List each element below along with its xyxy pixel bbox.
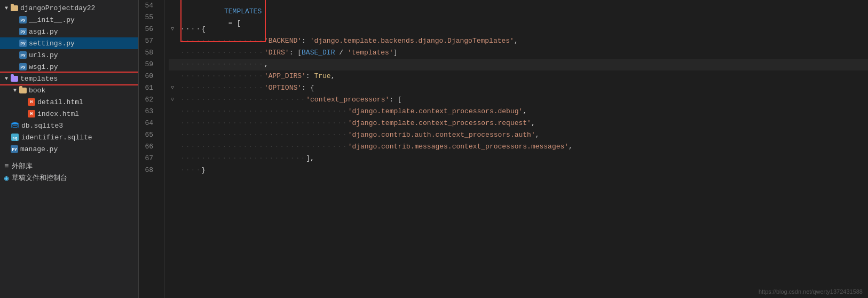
sidebar-item-label: manage.py <box>20 145 58 153</box>
code-lines[interactable]: TEMPLATES = [ ▽ ···· { ················ … <box>164 0 868 298</box>
fold-marker-62: ▽ <box>169 94 176 106</box>
sidebar-item-label: 草稿文件和控制台 <box>12 173 67 183</box>
sidebar-item-templates[interactable]: ▼ templates <box>0 73 138 84</box>
chevron-down-icon: ▼ <box>2 74 11 83</box>
line-number-61: 61 <box>139 82 157 94</box>
sidebar-item-settings-py[interactable]: py settings.py <box>0 37 138 49</box>
fold-marker-61: ▽ <box>169 82 176 94</box>
sidebar-item-label: index.html <box>37 110 79 118</box>
line-number-57: 57 <box>139 35 157 47</box>
fold-marker-56: ▽ <box>169 23 176 35</box>
code-line-64: ································ 'django… <box>169 117 868 129</box>
sqlite-icon: sq <box>11 133 19 142</box>
line-number-54: 54 <box>139 0 157 12</box>
svg-text:sq: sq <box>12 136 18 140</box>
sidebar-item-scratch[interactable]: ◉ 草稿文件和控制台 <box>0 172 138 184</box>
code-line-60: ················ 'APP_DIRS' : True , <box>169 70 868 82</box>
editor: 54 55 56 57 58 59 60 61 62 63 64 65 66 6… <box>139 0 868 298</box>
py-icon: py <box>19 28 27 35</box>
watermark: https://blog.csdn.net/qwerty1372431588 <box>759 288 863 295</box>
code-line-56: ▽ ···· { <box>169 23 868 35</box>
html-icon: H <box>28 110 35 117</box>
sidebar-item-label: wsgi.py <box>29 63 58 71</box>
sidebar-item-label: detail.html <box>37 98 83 106</box>
sidebar: ▼ djangoProjectday22 py __init__.py py a… <box>0 0 139 298</box>
code-line-65: ································ 'django… <box>169 129 868 141</box>
line-number-68: 68 <box>139 164 157 176</box>
folder-icon <box>19 88 27 93</box>
sidebar-item-label: __init__.py <box>29 16 75 24</box>
sidebar-item-init-py[interactable]: py __init__.py <box>0 14 138 26</box>
line-number-59: 59 <box>139 59 157 70</box>
html-icon: H <box>28 98 35 106</box>
sidebar-item-label: identifier.sqlite <box>21 134 92 142</box>
sidebar-item-label: asgi.py <box>29 28 58 36</box>
py-icon: py <box>19 16 27 23</box>
sidebar-item-label: 外部库 <box>12 161 33 171</box>
code-line-67: ························ ], <box>169 153 868 164</box>
py-icon: py <box>11 145 18 153</box>
code-line-58: ················ 'DIRS' : [ BASE_DIR / '… <box>169 47 868 59</box>
code-line-57: ················ 'BACKEND' : 'django.tem… <box>169 35 868 47</box>
sidebar-item-external-lib[interactable]: ≡ 外部库 <box>0 160 138 172</box>
code-line-66: ································ 'django… <box>169 141 868 153</box>
bars-icon: ≡ <box>4 162 9 170</box>
code-line-62: ▽ ························ 'context_proc… <box>169 94 868 106</box>
code-line-63: ································ 'django… <box>169 106 868 117</box>
sidebar-item-project-root[interactable]: ▼ djangoProjectday22 <box>0 2 138 14</box>
line-numbers: 54 55 56 57 58 59 60 61 62 63 64 65 66 6… <box>139 0 164 298</box>
sidebar-item-identifier-sqlite[interactable]: sq identifier.sqlite <box>0 131 138 143</box>
sidebar-item-label: djangoProjectday22 <box>20 4 95 12</box>
svg-point-0 <box>12 122 18 124</box>
code-line-61: ▽ ················ 'OPTIONS' : { <box>169 82 868 94</box>
sidebar-item-wsgi-py[interactable]: py wsgi.py <box>0 61 138 73</box>
line-number-63: 63 <box>139 106 157 117</box>
db-icon <box>11 121 19 130</box>
sidebar-item-book[interactable]: ▼ book <box>0 84 138 96</box>
line-number-55: 55 <box>139 12 157 23</box>
sidebar-item-urls-py[interactable]: py urls.py <box>0 49 138 61</box>
code-line-54 <box>169 0 868 12</box>
code-line-55: TEMPLATES = [ <box>169 12 868 23</box>
sidebar-item-label: book <box>29 87 45 95</box>
code-area: 54 55 56 57 58 59 60 61 62 63 64 65 66 6… <box>139 0 868 298</box>
line-number-56: 56 <box>139 23 157 35</box>
sidebar-item-label: templates <box>20 75 58 83</box>
line-number-66: 66 <box>139 141 157 153</box>
line-number-62: 62 <box>139 94 157 106</box>
py-icon: py <box>19 40 27 47</box>
sidebar-item-label: settings.py <box>29 40 75 48</box>
line-number-65: 65 <box>139 129 157 141</box>
globe-icon: ◉ <box>4 174 9 183</box>
line-number-64: 64 <box>139 117 157 129</box>
py-icon: py <box>19 63 27 70</box>
folder-icon <box>11 5 18 11</box>
sidebar-item-label: urls.py <box>29 51 58 59</box>
chevron-down-icon: ▼ <box>2 4 11 12</box>
sidebar-item-detail-html[interactable]: H detail.html <box>0 96 138 108</box>
sidebar-item-label: db.sqlite3 <box>21 122 63 130</box>
code-keyword-templates: TEMPLATES <box>224 7 262 15</box>
line-number-67: 67 <box>139 153 157 164</box>
sidebar-item-manage-py[interactable]: py manage.py <box>0 143 138 155</box>
line-number-58: 58 <box>139 47 157 59</box>
chevron-down-icon: ▼ <box>11 86 19 95</box>
code-line-59: ················ , <box>169 59 868 70</box>
sidebar-item-index-html[interactable]: H index.html <box>0 108 138 120</box>
folder-purple-icon <box>11 76 18 82</box>
sidebar-item-asgi-py[interactable]: py asgi.py <box>0 26 138 37</box>
line-number-60: 60 <box>139 70 157 82</box>
code-line-68: ···· } <box>169 164 868 176</box>
sidebar-item-db-sqlite3[interactable]: db.sqlite3 <box>0 120 138 131</box>
py-icon: py <box>19 51 27 59</box>
